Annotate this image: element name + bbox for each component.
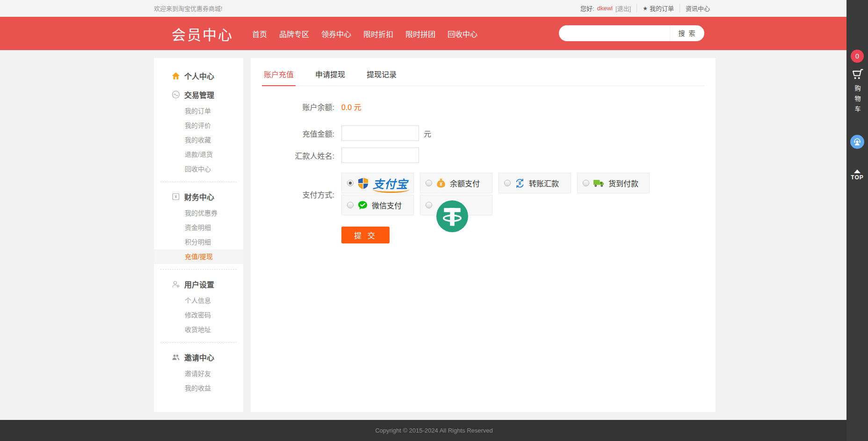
news-center-label: 资讯中心: [686, 4, 710, 13]
right-toolbar: 0 购物车 TOP: [846, 0, 868, 441]
balance-value: 0.0 元: [341, 101, 362, 112]
sidebar-item-personal-center[interactable]: 个人中心: [154, 66, 243, 85]
payment-option-bank-transfer[interactable]: ¥ 转账汇款: [499, 173, 571, 193]
svg-text:¥: ¥: [519, 180, 521, 186]
balance-row: 账户余额: 0.0 元: [251, 101, 716, 112]
svg-text:¥: ¥: [174, 194, 177, 199]
sidebar-item-my-reviews[interactable]: 我的评价: [154, 118, 243, 133]
svg-text:¥: ¥: [440, 182, 442, 187]
sidebar-item-refund-return[interactable]: 退款/退货: [154, 147, 243, 162]
balance-pay-radio[interactable]: [426, 180, 432, 186]
usdt-tether-icon: [436, 200, 468, 232]
sidebar: 个人中心 交易管理 我的订单 我的评价 我的收藏 退款/退货 回收中心 ¥ 财务…: [154, 58, 243, 412]
bank-transfer-radio[interactable]: [504, 180, 511, 186]
amount-input[interactable]: [341, 125, 419, 141]
welcome-text: 欢迎来到淘宝优惠券商城!: [154, 4, 223, 13]
site-logo[interactable]: 会员中心: [172, 23, 233, 44]
trade-icon: [172, 90, 180, 99]
nav-group-buy[interactable]: 限时拼团: [405, 28, 435, 39]
payment-methods: 支付宝 ¥ 余额支付: [341, 173, 657, 215]
sidebar-section-title: 财务中心: [184, 191, 214, 202]
nav-limited-discount[interactable]: 限时折扣: [363, 28, 393, 39]
tab-bar: 账户充值 申请提现 提现记录: [262, 66, 704, 86]
payment-option-label: 余额支付: [450, 177, 480, 189]
payment-option-cod[interactable]: 货到付款: [577, 173, 650, 193]
amount-row: 充值金额: 元: [251, 125, 716, 141]
sidebar-item-personal-info[interactable]: 个人信息: [154, 294, 243, 308]
payment-option-alipay[interactable]: 支付宝: [341, 173, 414, 193]
sidebar-item-trade-management[interactable]: 交易管理: [154, 85, 243, 104]
payer-name-input[interactable]: [341, 147, 419, 163]
customer-service-button[interactable]: [850, 135, 864, 149]
divider: [160, 269, 237, 270]
amount-unit: 元: [424, 128, 431, 139]
alipay-logo-text: 支付宝: [373, 175, 408, 191]
submit-button[interactable]: 提 交: [341, 227, 390, 243]
tab-withdraw-records[interactable]: 提现记录: [365, 66, 398, 86]
nav-brand-zone[interactable]: 品牌专区: [279, 28, 309, 39]
sidebar-item-recycle-center[interactable]: 回收中心: [154, 162, 243, 176]
sidebar-item-recharge-withdraw[interactable]: 充值/提现: [154, 250, 243, 264]
top-arrow-icon: [854, 169, 861, 173]
alipay-shield-icon: [357, 177, 369, 189]
user-settings-icon: [172, 280, 180, 288]
sidebar-section-title: 邀请中心: [184, 352, 214, 363]
nav-coupon-center[interactable]: 领券中心: [321, 28, 351, 39]
cart-button[interactable]: [850, 67, 864, 82]
cod-radio[interactable]: [583, 180, 589, 186]
amount-label: 充值金额:: [251, 128, 334, 139]
sidebar-item-user-settings[interactable]: 用户设置: [154, 275, 243, 294]
tab-account-recharge[interactable]: 账户充值: [262, 66, 296, 86]
copyright-text: Copyright © 2015-2024 All Rights Reserve…: [375, 427, 493, 434]
main-nav: 首页 品牌专区 领券中心 限时折扣 限时拼团 回收中心: [252, 17, 477, 50]
cart-count-badge[interactable]: 0: [851, 50, 864, 63]
finance-icon: ¥: [172, 192, 180, 201]
balance-label: 账户余额:: [251, 101, 334, 112]
sidebar-item-finance-center[interactable]: ¥ 财务中心: [154, 187, 243, 206]
payment-option-usdt[interactable]: [420, 195, 492, 215]
my-orders-label: 我的订单: [650, 4, 674, 13]
submit-row: 提 交: [251, 227, 716, 243]
nav-home[interactable]: 首页: [252, 28, 267, 39]
greeting-prefix: 您好:: [580, 4, 594, 13]
payment-option-label: 货到付款: [608, 177, 638, 189]
sidebar-item-fund-details[interactable]: 资金明细: [154, 220, 243, 235]
sidebar-item-my-orders[interactable]: 我的订单: [154, 104, 243, 118]
tab-apply-withdraw[interactable]: 申请提现: [313, 66, 347, 86]
sidebar-item-invite-friends[interactable]: 邀请好友: [154, 367, 243, 381]
nav-recycle-center[interactable]: 回收中心: [448, 28, 477, 39]
news-center-link[interactable]: 资讯中心: [680, 4, 716, 13]
sidebar-item-points-details[interactable]: 积分明细: [154, 235, 243, 250]
greeting: 您好: dkewl [退出]: [575, 4, 637, 13]
cart-icon: [850, 67, 864, 81]
payer-label: 汇款人姓名:: [251, 150, 334, 161]
sidebar-item-invite-center[interactable]: 邀请中心: [154, 348, 243, 367]
payment-label: 支付方式:: [251, 189, 334, 200]
sidebar-item-shipping-address[interactable]: 收货地址: [154, 323, 243, 337]
payment-row: 支付方式: 支付宝: [251, 173, 716, 215]
cod-truck-icon: [593, 178, 605, 188]
payment-option-wechat[interactable]: 微信支付: [341, 195, 414, 215]
footer: Copyright © 2015-2024 All Rights Reserve…: [0, 420, 868, 441]
usdt-radio[interactable]: [426, 202, 432, 208]
main-header: 会员中心 首页 品牌专区 领券中心 限时折扣 限时拼团 回收中心 搜 索: [0, 17, 868, 50]
logout-link[interactable]: [退出]: [615, 4, 631, 13]
bank-transfer-icon: ¥: [514, 178, 525, 189]
cart-label[interactable]: 购物车: [853, 85, 862, 116]
username: dkewl: [597, 5, 613, 12]
sidebar-item-change-password[interactable]: 修改密码: [154, 308, 243, 323]
payer-row: 汇款人姓名:: [251, 147, 716, 163]
alipay-radio[interactable]: [347, 180, 354, 186]
sidebar-item-my-favorites[interactable]: 我的收藏: [154, 133, 243, 147]
sidebar-item-my-earnings[interactable]: 我的收益: [154, 381, 243, 396]
search-input[interactable]: [559, 25, 670, 41]
back-to-top-button[interactable]: TOP: [851, 169, 863, 181]
search-button[interactable]: 搜 索: [670, 25, 704, 41]
sidebar-section-title: 用户设置: [184, 279, 214, 290]
home-icon: [172, 72, 180, 80]
wechat-radio[interactable]: [347, 202, 354, 208]
sidebar-item-my-coupons[interactable]: 我的优惠券: [154, 206, 243, 220]
my-orders-link[interactable]: ★ 我的订单: [637, 4, 680, 13]
payment-option-label: 微信支付: [372, 199, 402, 211]
payment-option-balance[interactable]: ¥ 余额支付: [420, 173, 492, 193]
